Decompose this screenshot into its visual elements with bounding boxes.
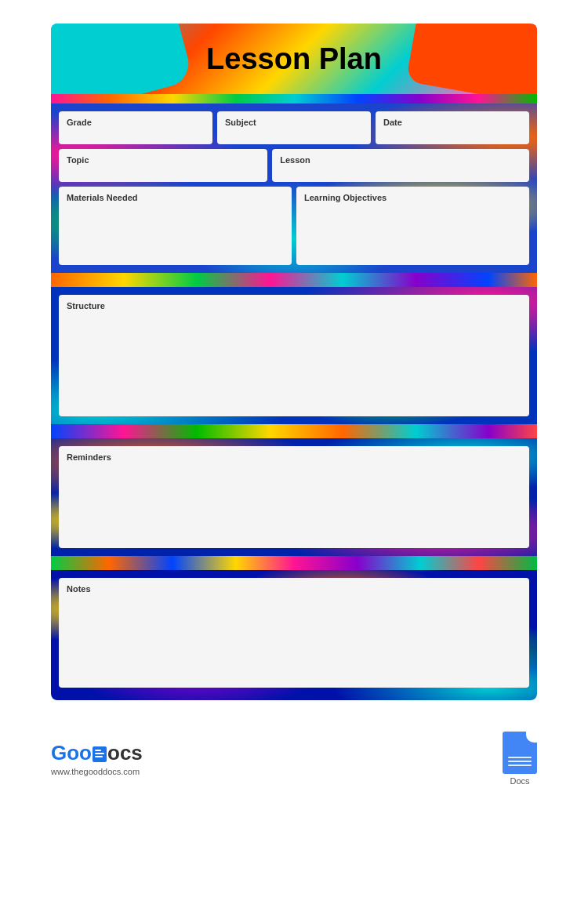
docs-icon-lines (508, 757, 532, 766)
footer: Goo ocs www.thegooddocs.com (51, 724, 537, 794)
section-reminders-bg: Reminders (51, 438, 537, 556)
color-strip-1 (51, 94, 537, 104)
svg-rect-2 (95, 753, 104, 754)
grade-label: Grade (67, 118, 205, 127)
reminders-row: Reminders (59, 446, 529, 548)
topic-field[interactable]: Topic (59, 149, 267, 182)
topic-label: Topic (67, 155, 260, 165)
document-title: Lesson Plan (206, 42, 382, 76)
brand-row: Goo ocs (51, 741, 143, 765)
brand-url: www.thegooddocs.com (51, 767, 143, 776)
lesson-field[interactable]: Lesson (272, 149, 529, 182)
docs-label: Docs (510, 776, 529, 786)
objectives-field[interactable]: Learning Objectives (296, 187, 529, 265)
structure-field[interactable]: Structure (59, 295, 529, 416)
section-structure-bg: Structure (51, 287, 537, 424)
notes-row: Notes (59, 578, 529, 688)
materials-label: Materials Needed (67, 193, 284, 202)
date-field[interactable]: Date (376, 111, 529, 144)
page-wrapper: Lesson Plan Grade Subject Date To (0, 0, 588, 897)
objectives-label: Learning Objectives (304, 193, 521, 202)
brand-d-icon (92, 741, 107, 765)
docs-icon-area: Docs (503, 732, 537, 786)
date-label: Date (383, 118, 521, 127)
goodocs-logo: Goo ocs www.thegooddocs.com (51, 741, 143, 776)
structure-label: Structure (67, 301, 521, 310)
topic-lesson-row: Topic Lesson (59, 149, 529, 182)
section-notes-bg: Notes (51, 570, 537, 700)
grade-field[interactable]: Grade (59, 111, 212, 144)
lesson-plan-card: Lesson Plan Grade Subject Date To (51, 24, 537, 700)
header-background: Lesson Plan (51, 24, 537, 94)
subject-field[interactable]: Subject (217, 111, 371, 144)
docs-file-icon (503, 732, 537, 774)
svg-rect-3 (95, 756, 103, 757)
reminders-label: Reminders (67, 452, 521, 462)
structure-row: Structure (59, 295, 529, 416)
wavy-sep-2 (51, 424, 537, 438)
wavy-sep-1 (51, 273, 537, 287)
materials-objectives-row: Materials Needed Learning Objectives (59, 187, 529, 265)
grade-subject-date-row: Grade Subject Date (59, 111, 529, 144)
reminders-field[interactable]: Reminders (59, 446, 529, 548)
brand-goo: Goo (51, 741, 92, 765)
lesson-label: Lesson (280, 155, 521, 165)
notes-field[interactable]: Notes (59, 578, 529, 688)
section-top-bg: Grade Subject Date Topic Lesson (51, 104, 537, 273)
brand-ocs: ocs (107, 741, 143, 765)
wavy-sep-3 (51, 556, 537, 570)
materials-field[interactable]: Materials Needed (59, 187, 292, 265)
svg-rect-1 (95, 750, 101, 751)
subject-label: Subject (225, 118, 363, 127)
notes-label: Notes (67, 584, 521, 594)
